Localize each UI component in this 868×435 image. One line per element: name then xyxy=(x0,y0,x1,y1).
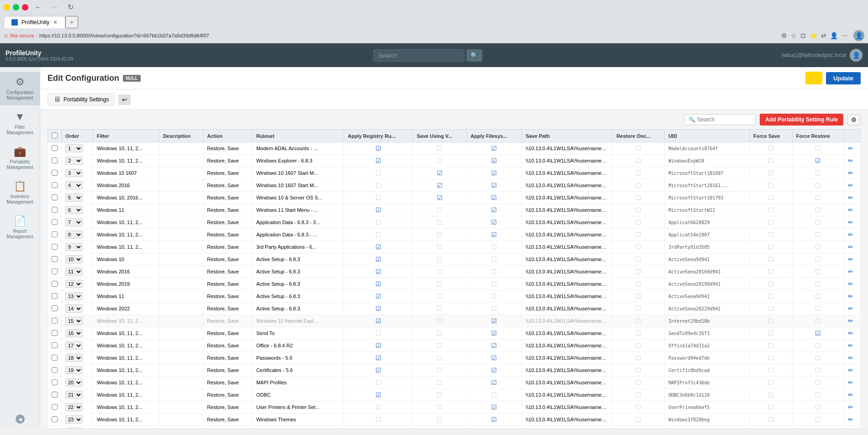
browser-tab[interactable]: ProfileUnity ✕ xyxy=(4,16,65,28)
order-select[interactable]: 4 xyxy=(65,181,83,189)
row-checkbox-cell[interactable] xyxy=(48,352,62,364)
row-checkbox-cell[interactable] xyxy=(48,340,62,352)
row-checkbox[interactable] xyxy=(52,367,58,373)
edit-row-btn[interactable]: ✏ xyxy=(848,157,853,164)
sidebar-item-report[interactable]: 📄 Report Management xyxy=(0,210,40,244)
row-checkbox-cell[interactable] xyxy=(48,303,62,315)
row-checkbox-cell[interactable] xyxy=(48,229,62,241)
row-edit-cell[interactable]: ✏ xyxy=(844,266,860,278)
row-checkbox-cell[interactable] xyxy=(48,426,62,429)
row-edit-cell[interactable]: ✏ xyxy=(844,315,860,327)
edit-row-btn[interactable]: ✏ xyxy=(848,268,853,275)
tab-close-btn[interactable]: ✕ xyxy=(53,19,58,26)
edit-row-btn[interactable]: ✏ xyxy=(848,182,853,189)
order-select[interactable]: 11 xyxy=(65,267,83,276)
edit-row-btn[interactable]: ✏ xyxy=(848,231,853,238)
edit-row-btn[interactable]: ✏ xyxy=(848,256,853,263)
row-edit-cell[interactable]: ✏ xyxy=(844,364,860,377)
row-checkbox-cell[interactable] xyxy=(48,389,62,401)
row-checkbox[interactable] xyxy=(52,244,58,250)
order-select[interactable]: 7 xyxy=(65,218,83,226)
forward-nav-btn[interactable]: → xyxy=(48,2,61,12)
row-checkbox[interactable] xyxy=(52,293,58,299)
row-edit-cell[interactable]: ✏ xyxy=(844,229,860,241)
row-checkbox[interactable] xyxy=(52,330,58,336)
row-checkbox[interactable] xyxy=(52,170,58,176)
table-settings-btn[interactable]: ⚙ xyxy=(847,114,861,126)
row-checkbox[interactable] xyxy=(52,318,58,324)
row-checkbox-cell[interactable] xyxy=(48,377,62,389)
col-order[interactable]: Order xyxy=(62,130,93,142)
row-checkbox[interactable] xyxy=(52,404,58,410)
row-checkbox[interactable] xyxy=(52,207,58,213)
row-checkbox[interactable] xyxy=(52,342,58,348)
sidebar-item-filter[interactable]: ▼ Filter Management xyxy=(0,106,40,140)
row-checkbox[interactable] xyxy=(52,256,58,262)
row-edit-cell[interactable]: ✏ xyxy=(844,142,860,155)
order-select[interactable]: 18 xyxy=(65,354,83,362)
edit-row-btn[interactable]: ✏ xyxy=(848,342,853,349)
edit-row-btn[interactable]: ✏ xyxy=(848,330,853,337)
row-edit-cell[interactable]: ✏ xyxy=(844,167,860,179)
header-search-input[interactable] xyxy=(373,49,465,62)
row-checkbox-cell[interactable] xyxy=(48,241,62,253)
row-checkbox-cell[interactable] xyxy=(48,253,62,266)
back-nav-btn[interactable]: ← xyxy=(32,2,45,12)
order-select[interactable]: 10 xyxy=(65,255,83,263)
row-edit-cell[interactable]: ✏ xyxy=(844,414,860,426)
flash-button[interactable]: ⚡ xyxy=(805,72,822,84)
order-select[interactable]: 24 xyxy=(65,428,83,428)
profile-avatar[interactable]: 👤 xyxy=(853,30,864,41)
edit-row-btn[interactable]: ✏ xyxy=(848,293,853,300)
order-select[interactable]: 20 xyxy=(65,378,83,387)
row-checkbox[interactable] xyxy=(52,416,58,422)
edit-row-btn[interactable]: ✏ xyxy=(848,169,853,177)
row-edit-cell[interactable]: ✏ xyxy=(844,290,860,303)
row-edit-cell[interactable]: ✏ xyxy=(844,352,860,364)
row-checkbox-cell[interactable] xyxy=(48,290,62,303)
edit-row-btn[interactable]: ✏ xyxy=(848,280,853,288)
row-checkbox-cell[interactable] xyxy=(48,364,62,377)
edit-row-btn[interactable]: ✏ xyxy=(848,404,853,411)
select-all-checkbox[interactable] xyxy=(52,132,58,138)
order-select[interactable]: 14 xyxy=(65,304,83,313)
row-edit-cell[interactable]: ✏ xyxy=(844,340,860,352)
add-portability-setting-btn[interactable]: Add Portability Setting Rule xyxy=(760,114,843,126)
row-checkbox[interactable] xyxy=(52,281,58,287)
row-edit-cell[interactable]: ✏ xyxy=(844,204,860,216)
reload-btn[interactable]: ↻ xyxy=(65,2,76,12)
minimize-btn[interactable] xyxy=(4,4,10,10)
row-checkbox[interactable] xyxy=(52,182,58,188)
row-checkbox[interactable] xyxy=(52,268,58,274)
order-select[interactable]: 8 xyxy=(65,231,83,239)
order-select[interactable]: 2 xyxy=(65,157,83,165)
row-checkbox-cell[interactable] xyxy=(48,167,62,179)
update-button[interactable]: Update xyxy=(826,72,861,84)
row-checkbox[interactable] xyxy=(52,355,58,361)
row-edit-cell[interactable]: ✏ xyxy=(844,155,860,167)
edit-row-btn[interactable]: ✏ xyxy=(848,367,853,374)
order-select[interactable]: 1 xyxy=(65,144,83,152)
row-checkbox-cell[interactable] xyxy=(48,401,62,414)
edit-row-btn[interactable]: ✏ xyxy=(848,206,853,214)
maximize-btn[interactable] xyxy=(13,4,19,10)
new-tab-btn[interactable]: + xyxy=(65,16,78,28)
row-edit-cell[interactable]: ✏ xyxy=(844,389,860,401)
row-checkbox-cell[interactable] xyxy=(48,142,62,155)
header-search-btn[interactable]: 🔍 xyxy=(466,49,482,62)
edit-row-btn[interactable]: ✏ xyxy=(848,391,853,398)
row-checkbox[interactable] xyxy=(52,379,58,385)
row-edit-cell[interactable]: ✏ xyxy=(844,278,860,290)
row-checkbox-cell[interactable] xyxy=(48,278,62,290)
row-checkbox[interactable] xyxy=(52,219,58,225)
edit-row-btn[interactable]: ✏ xyxy=(848,354,853,362)
back-button[interactable]: ↩ xyxy=(118,94,131,105)
row-checkbox-cell[interactable] xyxy=(48,179,62,192)
order-select[interactable]: 22 xyxy=(65,403,83,411)
row-checkbox-cell[interactable] xyxy=(48,216,62,229)
order-select[interactable]: 12 xyxy=(65,280,83,288)
order-select[interactable]: 3 xyxy=(65,169,83,177)
order-select[interactable]: 16 xyxy=(65,329,83,337)
order-select[interactable]: 15 xyxy=(65,317,83,325)
edit-row-btn[interactable]: ✏ xyxy=(848,305,853,312)
